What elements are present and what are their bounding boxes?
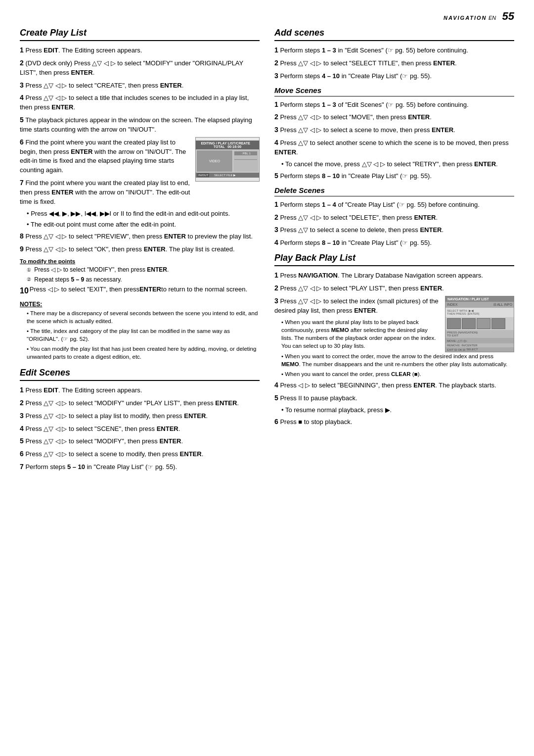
note-3: You can modify the play list that has ju… [27,345,260,361]
pbpl-step-2: 2 Press △▽ ◁ ▷ to select "PLAY LIST", th… [274,283,514,293]
delete-scenes-title: Delete Scenes [274,186,514,196]
ms-step-1: 1 Perform steps 1 – 3 of "Edit Scenes" (… [274,99,514,110]
edit-scenes-section: Edit Scenes 1 Press EDIT. The Editing sc… [20,368,260,472]
as-step-3: 3 Perform steps 4 – 10 in "Create Play L… [274,71,514,81]
es-step-5: 5 Press △▽ ◁ ▷ to select "MODIFY", then … [20,436,260,446]
pbpl-bullet-1: When you want the plural play lists to b… [281,318,440,350]
note-1: There may be a discrepancy of several se… [27,309,260,325]
cpl-screenshot: EDITING / PLAY LIST/CREATE TOTAL 00:16:0… [195,137,260,182]
pbpl-step-6: 6 Press ■ to stop playback. [274,417,514,427]
main-content: Create Play List 1 Press EDIT. The Editi… [20,28,514,474]
es-step-3: 3 Press △▽ ◁ ▷ to select a play list to … [20,411,260,421]
create-play-list-title: Create Play List [20,28,260,41]
play-back-play-list-section: Play Back Play List 1 Press NAVIGATION. … [274,253,514,427]
page-number: 55 [502,10,514,22]
cpl-bullet-1: Press ◀◀, ▶, ▶▶, I◀◀, ▶▶I or II to find … [27,209,260,218]
edit-scenes-title: Edit Scenes [20,368,260,381]
es-step-2: 2 Press △▽ ◁ ▷ to select "MODIFY" under … [20,398,260,408]
add-scenes-title: Add scenes [274,28,514,41]
create-play-list-section: Create Play List 1 Press EDIT. The Editi… [20,28,260,361]
es-step-7: 7 Perform steps 5 – 10 in "Create Play L… [20,462,260,472]
cpl-step-6: 6 Find the point where you want the crea… [20,137,190,175]
navigation-label: NAVIGATION [444,15,487,21]
ms-step-5: 5 Perform steps 8 – 10 in "Create Play L… [274,171,514,181]
cpl-step-3: 3 Press △▽ ◁ ▷ to select "CREATE", then … [20,80,260,91]
delete-scenes-section: Delete Scenes 1 Perform steps 1 – 4 of "… [274,186,514,248]
page-header: NAVIGATION EN 55 [20,10,514,23]
ms-step-2: 2 Press △▽ ◁ ▷ to select "MOVE", then pr… [274,112,514,122]
ms-bullet-1: To cancel the move, press △▽ ◁ ▷ to sele… [281,160,514,169]
to-modify-title: To modify the points [20,258,260,264]
as-step-1: 1 Perform steps 1 – 3 in "Edit Scenes" (… [274,45,514,55]
cpl-step-7: 7 Find the point where you want the crea… [20,178,190,207]
ds-step-4: 4 Perform steps 8 – 10 in "Create Play L… [274,237,514,248]
pbpl-bullet-2: When you want to correct the order, move… [281,352,514,368]
cpl-step-1: 1 Press EDIT. The Editing screen appears… [20,45,260,55]
right-column: Add scenes 1 Perform steps 1 – 3 in "Edi… [274,28,514,474]
pbpl-step-3-with-image: 3 Press △▽ ◁ ▷ to select the index (smal… [274,296,514,352]
ds-step-1: 1 Perform steps 1 – 4 of "Create Play Li… [274,199,514,210]
pbpl-step-3: 3 Press △▽ ◁ ▷ to select the index (smal… [274,296,440,316]
es-step-6: 6 Press △▽ ◁ ▷ to select a scene to modi… [20,449,260,459]
cpl-step-6-7-with-image: 6 Find the point where you want the crea… [20,137,260,209]
to-modify-step-2: ② Repeat steps 5 – 9 as necessary. [27,276,260,284]
pbpl-step-1: 1 Press NAVIGATION. The Library Database… [274,270,514,281]
add-scenes-section: Add scenes 1 Perform steps 1 – 3 in "Edi… [274,28,514,81]
notes-box: NOTES: There may be a discrepancy of sev… [20,301,260,361]
ds-step-3: 3 Press △▽ to select a scene to delete, … [274,225,514,235]
es-step-1: 1 Press EDIT. The Editing screen appears… [20,385,260,395]
cpl-step-2: 2 (DVD deck only) Press △▽ ◁ ▷ to select… [20,58,260,78]
as-step-2: 2 Press △▽ ◁ ▷ to select "SELECT TITLE",… [274,58,514,68]
cpl-step-4: 4 Press △▽ ◁ ▷ to select a title that in… [20,93,260,112]
play-back-title: Play Back Play List [274,253,514,266]
move-scenes-section: Move Scenes 1 Perform steps 1 – 3 of "Ed… [274,86,514,181]
cpl-step-9: 9 Press △▽ ◁ ▷ to select "OK", then pres… [20,244,260,254]
pbpl-screenshot: NAVIGATION / PLAY LIST INDEX⊟ ALL INFO S… [445,296,514,352]
cpl-bullet-2: The edit-out point must come after the e… [27,220,260,229]
ms-step-4: 4 Press △▽ to select another scene to wh… [274,138,514,157]
es-step-4: 4 Press △▽ ◁ ▷ to select "SCENE", then p… [20,424,260,434]
ds-step-2: 2 Press △▽ ◁ ▷ to select "DELETE", then … [274,212,514,223]
ms-step-3: 3 Press △▽ ◁ ▷ to select a scene to move… [274,125,514,135]
move-scenes-title: Move Scenes [274,86,514,96]
to-modify-step-1: ① Press ◁ ▷ to select "MODIFY", then pre… [27,266,260,274]
pbpl-bullet-3: When you want to cancel the order, press… [281,370,514,378]
pbpl-step-4: 4 Press ◁ ▷ to select "BEGINNING", then … [274,380,514,390]
cpl-step-8: 8 Press △▽ ◁ ▷ to select "PREVIEW", then… [20,231,260,241]
pbpl-bullet-4: To resume normal playback, press ▶. [281,406,514,415]
pbpl-step-5: 5 Press II to pause playback. [274,393,514,403]
note-2: The title, index and category of the pla… [27,327,260,343]
notes-title: NOTES: [20,301,260,308]
cpl-step-10: 10Press ◁ ▷ to select "EXIT", then press… [20,285,260,296]
cpl-step-5: 5 The playback pictures appear in the wi… [20,115,260,135]
en-label: EN [489,15,496,21]
left-column: Create Play List 1 Press EDIT. The Editi… [20,28,260,474]
